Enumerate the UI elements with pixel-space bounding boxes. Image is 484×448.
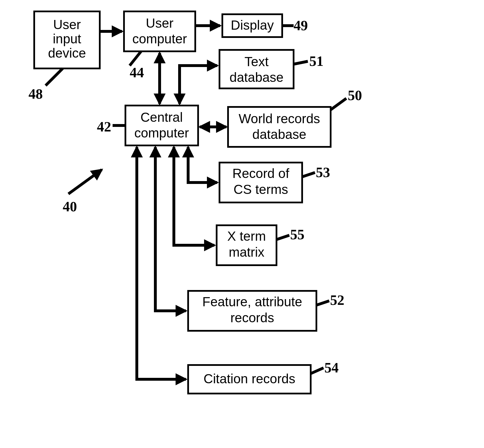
svg-line-12 [331, 98, 346, 110]
node-record-cs-terms: Record of CS terms 53 [219, 163, 330, 202]
central-computer-label-2: computer [134, 125, 189, 140]
world-records-db-label-2: database [252, 127, 306, 142]
user-input-device-label-3: device [48, 46, 86, 60]
edge-central-to-textdb [180, 66, 217, 104]
user-input-device-ref: 48 [29, 86, 43, 102]
text-database-ref: 51 [309, 53, 324, 69]
central-computer-ref: 42 [97, 119, 111, 135]
text-database-label-1: Text [245, 54, 269, 69]
system-reference: 40 [63, 170, 102, 214]
svg-line-0 [68, 170, 102, 194]
svg-line-16 [276, 235, 289, 240]
edge-central-citation [137, 147, 186, 379]
svg-line-8 [294, 61, 308, 64]
user-computer-label-2: computer [132, 31, 187, 46]
svg-line-18 [316, 301, 329, 305]
node-central-computer: Central computer 42 [97, 106, 198, 145]
user-computer-label-1: User [146, 16, 173, 31]
node-x-term-matrix: X term matrix 55 [217, 225, 304, 265]
svg-line-20 [311, 368, 324, 374]
node-world-records-db: World records database 50 [228, 87, 362, 147]
system-ref-number: 40 [63, 198, 77, 214]
x-term-matrix-ref: 55 [290, 226, 304, 242]
node-display: Display 49 [222, 14, 308, 37]
user-input-device-label-2: input [53, 31, 81, 46]
edge-central-feature [155, 147, 186, 311]
feature-attribute-records-ref: 52 [330, 292, 344, 308]
user-computer-ref: 44 [130, 64, 144, 80]
x-term-matrix-label-2: matrix [229, 245, 264, 260]
node-citation-records: Citation records 54 [188, 360, 339, 394]
svg-line-2 [46, 68, 63, 86]
world-records-db-label-1: World records [239, 111, 320, 126]
x-term-matrix-label-1: X term [227, 229, 266, 244]
citation-records-ref: 54 [324, 360, 339, 376]
feature-attribute-records-label-2: records [230, 310, 274, 325]
display-label: Display [231, 18, 274, 33]
record-cs-terms-label-2: CS terms [233, 182, 288, 197]
node-text-database: Text database 51 [219, 50, 324, 88]
central-computer-label-1: Central [141, 110, 183, 125]
record-cs-terms-ref: 53 [316, 164, 330, 180]
world-records-db-ref: 50 [348, 87, 362, 103]
svg-line-14 [302, 173, 315, 177]
node-user-input-device: User input device 48 [29, 11, 100, 102]
citation-records-label: Citation records [204, 371, 295, 386]
record-cs-terms-label-1: Record of [232, 166, 289, 181]
edge-central-xterm [174, 147, 214, 245]
node-feature-attribute-records: Feature, attribute records 52 [188, 291, 344, 331]
edge-central-csterms [188, 147, 217, 183]
text-database-label-2: database [229, 70, 283, 85]
svg-line-4 [130, 51, 141, 66]
user-input-device-label-1: User [53, 17, 81, 32]
display-ref: 49 [294, 17, 308, 33]
feature-attribute-records-label-1: Feature, attribute [202, 294, 302, 309]
